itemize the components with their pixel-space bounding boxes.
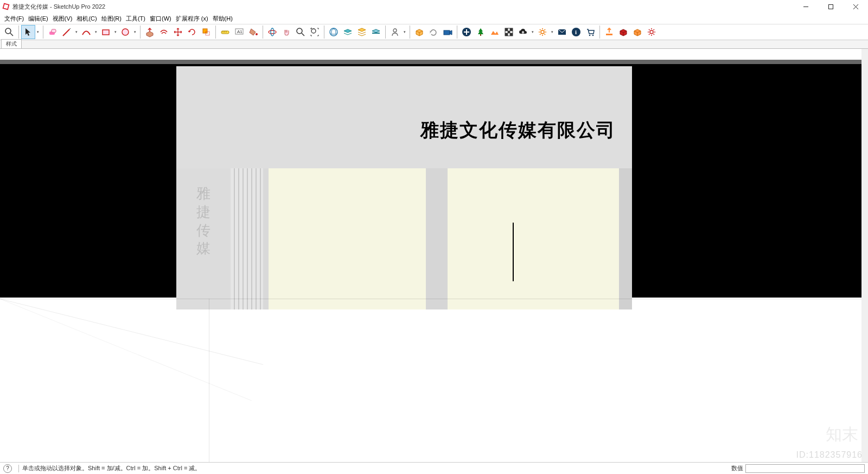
svg-point-28 bbox=[393, 29, 397, 32]
export-icon[interactable] bbox=[602, 25, 616, 39]
layers-icon[interactable] bbox=[341, 25, 355, 39]
close-button[interactable] bbox=[843, 0, 868, 13]
rectangle-tool[interactable] bbox=[99, 25, 113, 39]
svg-rect-34 bbox=[510, 28, 513, 31]
value-input[interactable] bbox=[745, 464, 865, 473]
select-tool[interactable] bbox=[21, 25, 35, 39]
svg-point-6 bbox=[5, 28, 11, 34]
eraser-tool[interactable] bbox=[46, 25, 60, 39]
search-icon[interactable] bbox=[2, 25, 16, 39]
titlebar: 雅捷文化传媒 - SketchUp Pro 2022 bbox=[0, 0, 868, 13]
window-right bbox=[448, 168, 619, 309]
paint-bucket-tool[interactable] bbox=[246, 25, 260, 39]
menu-camera[interactable]: 相机(C) bbox=[74, 15, 99, 23]
svg-rect-10 bbox=[103, 30, 109, 35]
move-tool[interactable] bbox=[171, 25, 185, 39]
zoom-tool[interactable] bbox=[293, 25, 308, 39]
svg-point-42 bbox=[589, 35, 591, 36]
svg-rect-9 bbox=[52, 29, 56, 33]
gear-dropdown[interactable]: ▾ bbox=[550, 30, 555, 34]
scene-tab[interactable]: 样式 bbox=[1, 39, 22, 48]
svg-point-11 bbox=[122, 29, 129, 35]
app-icon bbox=[2, 3, 10, 10]
viewport-3d[interactable]: 雅捷文化传媒有限公司 雅 捷 传 媒 知末 ID:1182357916 bbox=[0, 49, 868, 462]
camera-icon[interactable] bbox=[441, 25, 455, 39]
svg-rect-3 bbox=[828, 4, 833, 9]
scale-tool[interactable] bbox=[199, 25, 213, 39]
pushpull-tool[interactable] bbox=[143, 25, 157, 39]
window-controls bbox=[793, 0, 868, 13]
offset-tool[interactable] bbox=[157, 25, 171, 39]
box-red-icon[interactable] bbox=[616, 25, 630, 39]
info-icon[interactable]: i bbox=[569, 25, 583, 39]
text-tool[interactable]: A1 bbox=[232, 25, 246, 39]
ground-edge bbox=[0, 299, 868, 299]
svg-rect-31 bbox=[480, 34, 481, 36]
cart-icon[interactable] bbox=[583, 25, 597, 39]
select-tool-dropdown[interactable]: ▾ bbox=[35, 30, 41, 34]
menu-file[interactable]: 文件(F) bbox=[2, 15, 26, 23]
menu-edit[interactable]: 编辑(E) bbox=[26, 15, 50, 23]
menu-draw[interactable]: 绘图(R) bbox=[99, 15, 124, 23]
arc-tool-dropdown[interactable]: ▾ bbox=[93, 30, 99, 34]
statusbar: ? 单击或拖动以选择对象。Shift = 加/减。Ctrl = 加。Shift … bbox=[0, 462, 868, 474]
ground-diagonal-2 bbox=[0, 299, 252, 401]
menu-view[interactable]: 视图(V) bbox=[50, 15, 75, 23]
line-tool[interactable] bbox=[60, 25, 74, 39]
scene-tab-strip: 样式 bbox=[0, 40, 868, 49]
storefront-lower: 雅 捷 传 媒 bbox=[176, 168, 632, 309]
svg-point-43 bbox=[592, 35, 594, 36]
menu-window[interactable]: 窗口(W) bbox=[148, 15, 174, 23]
help-icon[interactable]: ? bbox=[3, 464, 12, 473]
menu-extensions[interactable]: 扩展程序 (x) bbox=[174, 15, 210, 23]
svg-point-25 bbox=[311, 29, 316, 33]
svg-rect-12 bbox=[203, 29, 207, 33]
rotate-tool[interactable] bbox=[185, 25, 199, 39]
viewport-scrollbar[interactable] bbox=[861, 49, 868, 462]
add-icon[interactable] bbox=[459, 25, 474, 39]
circle-tool[interactable] bbox=[118, 25, 132, 39]
rectangle-tool-dropdown[interactable]: ▾ bbox=[113, 30, 118, 34]
storefront-sign-text: 雅捷文化传媒有限公司 bbox=[420, 118, 616, 143]
person-icon[interactable] bbox=[388, 25, 402, 39]
warehouse-icon[interactable] bbox=[327, 25, 341, 39]
terrain-icon[interactable] bbox=[488, 25, 502, 39]
gear-red-icon[interactable] bbox=[644, 25, 659, 39]
reload-icon[interactable] bbox=[426, 25, 441, 39]
slat-panel bbox=[231, 168, 263, 309]
box-orange-icon[interactable] bbox=[630, 25, 644, 39]
minimize-button[interactable] bbox=[793, 0, 818, 13]
svg-rect-33 bbox=[505, 28, 508, 31]
line-tool-dropdown[interactable]: ▾ bbox=[74, 30, 79, 34]
arc-tool[interactable] bbox=[79, 25, 93, 39]
tree-icon[interactable] bbox=[474, 25, 488, 39]
circle-tool-dropdown[interactable]: ▾ bbox=[132, 30, 138, 34]
orbit-tool[interactable] bbox=[265, 25, 279, 39]
svg-point-38 bbox=[541, 30, 544, 34]
svg-text:A1: A1 bbox=[237, 29, 242, 34]
svg-rect-14 bbox=[221, 31, 229, 34]
outliner-icon[interactable] bbox=[355, 25, 369, 39]
tape-measure-tool[interactable] bbox=[218, 25, 232, 39]
menu-tools[interactable]: 工具(T) bbox=[124, 15, 148, 23]
mail-icon[interactable] bbox=[555, 25, 569, 39]
pan-tool[interactable] bbox=[279, 25, 293, 39]
maximize-button[interactable] bbox=[818, 0, 843, 13]
model-scene: 雅捷文化传媒有限公司 雅 捷 传 媒 bbox=[0, 49, 868, 462]
svg-rect-29 bbox=[444, 30, 450, 35]
cloud-dropdown[interactable]: ▾ bbox=[530, 30, 535, 34]
section-icon[interactable] bbox=[369, 25, 383, 39]
gear-icon[interactable] bbox=[535, 25, 550, 39]
grid-icon[interactable] bbox=[502, 25, 516, 39]
value-label: 数值 bbox=[731, 464, 743, 472]
menu-help[interactable]: 帮助(H) bbox=[210, 15, 235, 23]
menubar: 文件(F) 编辑(E) 视图(V) 相机(C) 绘图(R) 工具(T) 窗口(W… bbox=[0, 13, 868, 24]
pillar-engraved-text: 雅 捷 传 媒 bbox=[176, 168, 231, 258]
cloud-upload-icon[interactable] bbox=[516, 25, 530, 39]
component-icon[interactable] bbox=[412, 25, 426, 39]
svg-rect-37 bbox=[510, 33, 513, 36]
pillar-middle bbox=[426, 168, 448, 309]
zoom-extents-tool[interactable] bbox=[308, 25, 322, 39]
pillar-right bbox=[619, 168, 632, 309]
person-dropdown[interactable]: ▾ bbox=[402, 30, 407, 34]
